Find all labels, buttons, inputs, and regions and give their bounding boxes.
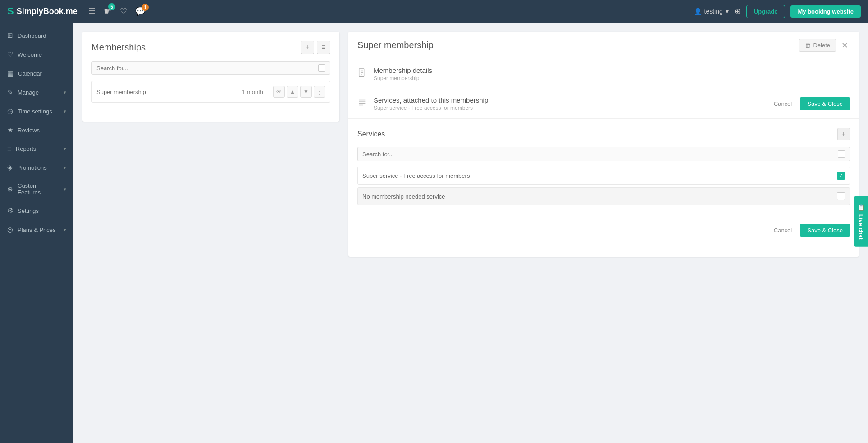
messages-badge: 1 (142, 4, 149, 11)
sidebar-item-reports[interactable]: ≡ Reports ▾ (0, 140, 73, 158)
memberships-panel: Memberships + ≡ Super membership 1 month (82, 32, 339, 122)
notifications-btn[interactable]: ☛ 5 (104, 6, 112, 17)
services-attached-actions: Cancel Save & Close (769, 97, 850, 110)
sidebar-item-promotions[interactable]: ◈ Promotions ▾ (0, 158, 73, 177)
sidebar-item-plans-prices[interactable]: ◎ Plans & Prices ▾ (0, 220, 73, 239)
logo: S SimplyBook.me (7, 5, 79, 17)
membership-details-section: Membership details Super membership (348, 59, 859, 89)
super-membership-title: Super membership (357, 40, 434, 50)
booking-website-button[interactable]: My booking website (790, 5, 861, 18)
membership-details-subtitle: Super membership (374, 75, 432, 81)
live-chat-widget[interactable]: 📋 Live chat (854, 196, 868, 247)
time-settings-chevron-icon: ▾ (64, 108, 66, 114)
sidebar-item-settings[interactable]: ⚙ Settings (0, 201, 73, 220)
move-down-button[interactable]: ▼ (300, 86, 312, 98)
membership-menu-button[interactable]: ⋮ (314, 86, 325, 98)
bell-btn[interactable]: ♡ (120, 6, 127, 16)
sidebar-label-reviews: Reviews (18, 127, 66, 134)
services-title: Services (357, 130, 385, 138)
super-panel-header: Super membership 🗑 Delete ✕ (348, 32, 859, 59)
list-item: No membership needed service (357, 187, 850, 205)
sidebar-item-custom-features[interactable]: ⊕ Custom Features ▾ (0, 177, 73, 201)
list-services-icon (357, 98, 367, 110)
user-chevron-icon: ▾ (726, 8, 729, 15)
membership-name: Super membership (96, 89, 238, 95)
sidebar-item-manage[interactable]: ✎ Manage ▾ (0, 83, 73, 102)
services-attached-header: Services, attached to this membership Su… (357, 96, 850, 111)
custom-features-chevron-icon: ▾ (64, 186, 66, 192)
memberships-header-actions: + ≡ (301, 41, 330, 54)
sidebar-label-dashboard: Dashboard (18, 32, 66, 39)
sidebar-item-welcome[interactable]: ♡ Welcome (0, 45, 73, 64)
add-membership-button[interactable]: + (301, 41, 314, 54)
services-select-all-checkbox[interactable] (838, 150, 845, 158)
delete-label: Delete (813, 42, 830, 49)
user-icon: 👤 (694, 8, 702, 15)
logo-icon: S (7, 5, 14, 17)
membership-row-actions: 👁 ▲ ▼ ⋮ (273, 86, 325, 98)
calendar-icon: ▦ (7, 69, 14, 77)
live-chat-label: Live chat (858, 214, 864, 240)
super-membership-panel: Super membership 🗑 Delete ✕ (348, 32, 859, 257)
services-section: Services + Super service - Free access f… (348, 119, 859, 217)
welcome-icon: ♡ (7, 50, 13, 59)
services-save-close-button[interactable]: Save & Close (800, 97, 850, 110)
manage-icon: ✎ (7, 88, 13, 96)
delete-button[interactable]: 🗑 Delete (799, 39, 836, 52)
view-membership-button[interactable]: 👁 (273, 86, 285, 98)
sidebar-label-time-settings: Time settings (18, 108, 59, 115)
messages-btn[interactable]: 💬 1 (135, 6, 145, 16)
sidebar-label-reports: Reports (16, 145, 59, 152)
service-checkbox-1[interactable] (837, 192, 845, 200)
memberships-search-bar (91, 61, 330, 75)
bell-icon: ♡ (120, 6, 127, 16)
logo-text: SimplyBook.me (17, 7, 78, 16)
sidebar-item-reviews[interactable]: ★ Reviews (0, 121, 73, 140)
membership-details-text: Membership details Super membership (374, 67, 432, 81)
document-icon (357, 68, 367, 80)
sidebar-label-settings: Settings (18, 208, 66, 214)
dots-icon: ⋮ (317, 89, 322, 95)
service-checkbox-0[interactable]: ✓ (837, 172, 845, 180)
service-name-0: Super service - Free access for members (362, 172, 832, 179)
promotions-chevron-icon: ▾ (64, 165, 66, 171)
add-service-button[interactable]: + (837, 128, 850, 140)
reviews-icon: ★ (7, 126, 13, 134)
trash-icon: 🗑 (805, 42, 811, 49)
memberships-search-input[interactable] (96, 65, 315, 72)
move-up-button[interactable]: ▲ (287, 86, 298, 98)
plans-icon: ◎ (7, 226, 13, 234)
topbar: S SimplyBook.me ☰ ☛ 5 ♡ 💬 1 👤 testing ▾ … (0, 0, 868, 23)
sidebar-item-dashboard[interactable]: ⊞ Dashboard (0, 26, 73, 45)
services-header: Services + (357, 128, 850, 140)
custom-features-icon: ⊕ (7, 185, 13, 193)
sidebar-label-plans-prices: Plans & Prices (18, 226, 59, 233)
menu-icon-btn[interactable]: ☰ (88, 6, 96, 16)
footer-save-close-button[interactable]: Save & Close (800, 224, 850, 237)
manage-chevron-icon: ▾ (64, 90, 66, 95)
user-menu[interactable]: 👤 testing ▾ (694, 8, 729, 15)
services-cancel-button[interactable]: Cancel (769, 97, 796, 110)
list-view-button[interactable]: ≡ (317, 41, 330, 54)
list-item: Super service - Free access for members … (357, 167, 850, 185)
close-panel-button[interactable]: ✕ (840, 41, 850, 50)
sidebar-label-custom-features: Custom Features (18, 182, 59, 196)
user-name: testing (704, 8, 723, 15)
global-settings-icon[interactable]: ⊕ (734, 6, 741, 16)
memberships-header: Memberships + ≡ (91, 41, 330, 54)
services-search-bar (357, 147, 850, 161)
sidebar-item-time-settings[interactable]: ◷ Time settings ▾ (0, 102, 73, 121)
membership-details-title: Membership details (374, 67, 432, 74)
membership-duration: 1 month (242, 89, 263, 95)
services-attached-subtitle: Super service - Free access for members (374, 105, 488, 111)
footer-cancel-button[interactable]: Cancel (769, 224, 796, 237)
sidebar-item-calendar[interactable]: ▦ Calendar (0, 64, 73, 83)
services-search-input[interactable] (362, 151, 834, 158)
super-panel-footer: Cancel Save & Close (348, 217, 859, 243)
sidebar-label-calendar: Calendar (18, 70, 66, 77)
upgrade-button[interactable]: Upgrade (746, 5, 786, 18)
memberships-select-all-checkbox[interactable] (318, 64, 325, 72)
add-service-plus-icon: + (841, 130, 845, 138)
plus-icon: + (305, 43, 309, 51)
memberships-title: Memberships (91, 42, 146, 53)
